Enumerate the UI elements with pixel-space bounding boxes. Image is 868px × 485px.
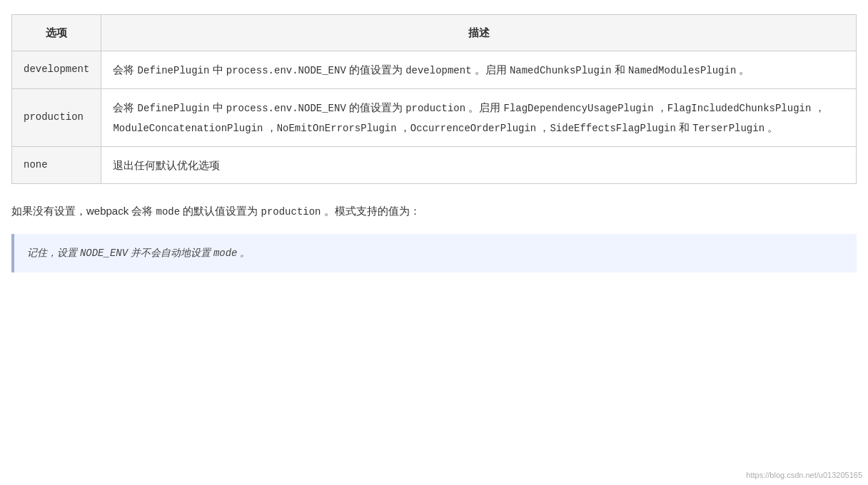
option-development: development [12, 51, 101, 88]
table-row: none 退出任何默认优化选项 [12, 147, 857, 184]
note-text: 记住，设置 NODE_ENV 并不会自动地设置 mode 。 [27, 247, 250, 258]
option-production: production [12, 88, 101, 146]
intro-paragraph: 如果没有设置，webpack 会将 mode 的默认值设置为 productio… [11, 201, 857, 221]
column-header-option: 选项 [12, 15, 101, 51]
description-production: 会将 DefinePlugin 中 process.env.NODE_ENV 的… [101, 88, 857, 146]
option-value: none [24, 159, 48, 170]
description-text: 会将 DefinePlugin 中 process.env.NODE_ENV 的… [113, 101, 824, 133]
option-value: production [24, 111, 84, 123]
column-header-description: 描述 [101, 15, 857, 51]
description-none: 退出任何默认优化选项 [101, 147, 857, 184]
description-text: 退出任何默认优化选项 [113, 159, 220, 171]
note-box: 记住，设置 NODE_ENV 并不会自动地设置 mode 。 [11, 234, 857, 272]
description-development: 会将 DefinePlugin 中 process.env.NODE_ENV 的… [101, 51, 857, 88]
description-text: 会将 DefinePlugin 中 process.env.NODE_ENV 的… [113, 63, 750, 76]
watermark: https://blog.csdn.net/u013205165 [746, 471, 862, 479]
options-table: 选项 描述 development 会将 DefinePlugin 中 proc… [11, 14, 857, 184]
table-row: development 会将 DefinePlugin 中 process.en… [12, 51, 857, 88]
option-none: none [12, 147, 101, 184]
table-row: production 会将 DefinePlugin 中 process.env… [12, 88, 857, 146]
option-value: development [24, 63, 89, 75]
table-header-row: 选项 描述 [12, 15, 857, 51]
